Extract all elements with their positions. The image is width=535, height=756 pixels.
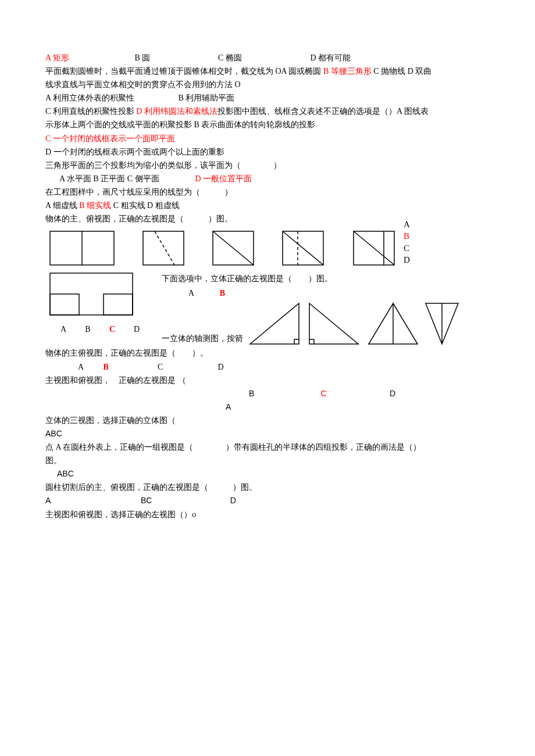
shape-t-block <box>48 271 135 317</box>
svg-rect-13 <box>50 294 79 315</box>
letter-d: D <box>404 254 410 266</box>
svg-rect-2 <box>143 231 184 265</box>
line16: 主视图和俯视图， 正确的左视图是 （ <box>45 374 500 387</box>
line21: 点 A 在圆柱外表上，正确的一组视图是（ ）带有圆柱孔的半球体的四组投影，正确的… <box>45 440 500 454</box>
l17-d: D <box>390 387 395 400</box>
line7: C 一个封闭的线框表示一个面即平面 <box>45 132 500 145</box>
svg-marker-15 <box>250 303 299 344</box>
l15-a: A <box>78 360 101 374</box>
line12-t2: C 粗实线 D 粗虚线 <box>111 201 179 210</box>
shape-rect-diag-dash <box>141 229 186 267</box>
svg-line-3 <box>155 231 174 265</box>
q1-opt-a: A 矩形 <box>45 51 133 65</box>
letter-a: A <box>404 218 410 230</box>
letter-b: B <box>404 230 410 242</box>
mid-line3: 一立体的轴测图，按箭 <box>162 332 243 345</box>
shape-tri-right1 <box>248 301 301 346</box>
l15-d: D <box>218 360 224 374</box>
l15-c: C <box>158 360 216 374</box>
shape-rect-diag-dashv <box>280 229 326 267</box>
line6: 示形体上两个面的交线或平面的积聚投影 B 表示曲面体的转向轮廓线的投影 <box>45 118 500 131</box>
line2-text1: 平面截割圆锥时，当截平面通过锥顶于圆锥体相交时，截交线为 OA 圆或椭圆 <box>45 67 323 76</box>
line3: 线求直线与平面立体相交时的贯穿点不会用到的方法 O <box>45 78 500 91</box>
line10-answer-d: D 一般位置平面 <box>195 174 252 183</box>
shape-rect-split <box>48 229 116 267</box>
line8: D 一个封闭的线框表示两个面或两个以上面的重影 <box>45 145 500 159</box>
line5-t1: C 利用直线的积聚性投影 <box>45 107 136 116</box>
line18: A <box>226 400 500 414</box>
line11: 在工程图样中，画尺寸线应采用的线型为（ ） <box>45 185 500 199</box>
line26: 主视图和俯视图，选择正确的左视图（）o <box>45 508 500 521</box>
svg-line-10 <box>354 231 394 265</box>
line24: 圆柱切割后的主、俯视图，正确的左视图是（ ）图。 <box>45 481 500 494</box>
line4-b: B 利用辅助平面 <box>179 94 235 102</box>
q1-opt-b: B 圆 <box>135 51 216 65</box>
shape-tri-iso <box>366 301 420 346</box>
mid-line1: 下面选项中，立体正确的左视图是（ ）图。 <box>162 272 500 285</box>
line14: 物体的主俯视图，正确的左视图是（ ）。 <box>45 346 500 360</box>
l25-bc: BC <box>141 494 228 507</box>
lbl-c: C <box>100 323 124 336</box>
line20: ABC <box>45 427 500 440</box>
svg-line-5 <box>213 231 254 265</box>
shape-tri-down <box>423 301 461 346</box>
line5-answer-d: D 利用纬圆法和素线法 <box>136 107 217 116</box>
l17-b: B <box>249 387 319 400</box>
mid-a: A <box>177 286 206 300</box>
svg-rect-14 <box>104 294 133 315</box>
line23: ABC <box>57 467 500 481</box>
lbl-a: A <box>51 323 76 336</box>
shape-tri-right2 <box>307 301 361 346</box>
line2-answer-b: B 等腰三角形 <box>323 67 372 76</box>
shape-rect-diag-solidv <box>351 229 397 267</box>
line12-answer-b: B 细实线 <box>79 201 111 210</box>
line19: 立体的三视图，选择正确的立体图（ <box>45 414 500 427</box>
mid-b: B <box>208 286 237 300</box>
l15-b: B <box>104 360 156 374</box>
q1-opt-c: C 椭圆 <box>218 51 308 65</box>
shape-row-1: A B C D <box>45 229 500 267</box>
letter-c: C <box>404 242 410 254</box>
svg-line-7 <box>283 231 323 265</box>
line5-t2: 投影图中图线、线框含义表述不正确的选项是（）A 图线表 <box>217 107 429 116</box>
answer-letter-col: A B C D <box>404 218 410 266</box>
line12-t1: A 细虚线 <box>45 201 79 210</box>
lbl-b: B <box>76 323 100 336</box>
l17-c: C <box>321 387 388 400</box>
line22: 图。 <box>45 454 500 467</box>
l25-d: D <box>230 494 236 507</box>
q1-opt-d: D 都有可能 <box>311 51 351 65</box>
line13: 物体的主、俯视图，正确的左视图是（ ）图。 <box>45 212 500 225</box>
line9: 三角形平面的三个投影均为缩小的类似形，该平面为（ ） <box>45 159 500 172</box>
svg-marker-18 <box>309 303 358 344</box>
l25-a: A <box>45 494 138 507</box>
line4-a: A 利用立体外表的积聚性 <box>45 91 176 105</box>
lbl-d: D <box>124 323 149 336</box>
line10-t1: A 水平面 B 正平面 C 侧平面 <box>59 172 193 185</box>
shape-rect-diag-solid <box>211 229 256 267</box>
line2-text2: C 抛物线 D 双曲 <box>372 67 431 76</box>
